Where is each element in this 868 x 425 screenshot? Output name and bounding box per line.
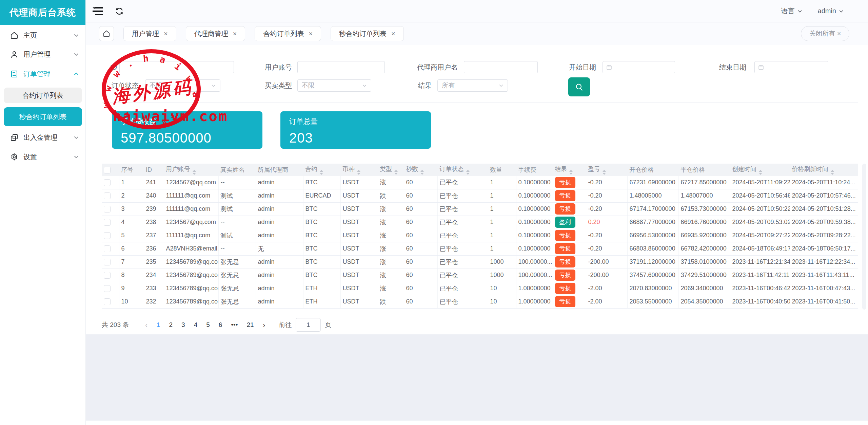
sort-icon[interactable] — [320, 170, 323, 175]
sort-icon[interactable] — [357, 170, 360, 175]
row-checkbox[interactable] — [104, 219, 111, 226]
cell-fee: 0.10000000 — [516, 242, 553, 255]
account-input[interactable] — [297, 61, 385, 73]
row-checkbox[interactable] — [104, 232, 111, 239]
row-checkbox[interactable] — [104, 192, 111, 199]
row-checkbox[interactable] — [104, 245, 111, 252]
trade-type-select[interactable]: 不限 — [297, 79, 371, 92]
prev-page-button[interactable]: ‹ — [140, 321, 152, 329]
column-header[interactable]: 创建时间 — [730, 164, 790, 176]
column-header: 真实姓名 — [218, 164, 256, 176]
start-date-input[interactable] — [603, 61, 675, 73]
close-tab-icon[interactable]: × — [164, 30, 168, 37]
column-header[interactable]: 价格刷新时间 — [790, 164, 858, 176]
agent-filter-label: 代理商用户名 — [417, 61, 458, 73]
cell-pnl: -0.20 — [586, 189, 627, 202]
sort-icon[interactable] — [759, 170, 762, 175]
close-all-tabs-button[interactable]: 关闭所有× — [801, 26, 849, 41]
goto-page-input[interactable] — [296, 318, 321, 332]
row-checkbox[interactable] — [104, 179, 111, 186]
close-tab-icon[interactable]: × — [309, 30, 313, 37]
sort-icon[interactable] — [193, 170, 196, 175]
sort-icon[interactable] — [420, 170, 424, 175]
cell-seconds: 60 — [404, 255, 437, 269]
page-number[interactable]: 2 — [165, 321, 177, 328]
tab-second-contract-orders[interactable]: 秒合约订单列表× — [331, 26, 404, 41]
sort-icon[interactable] — [466, 170, 470, 175]
tab-contract-orders[interactable]: 合约订单列表× — [255, 26, 321, 41]
tab-users[interactable]: 用户管理× — [123, 26, 176, 41]
cell-contract: EURCAD — [303, 189, 340, 202]
cell-account: 123456789@qq.com — [164, 269, 218, 282]
close-tab-icon[interactable]: × — [233, 30, 237, 37]
sort-icon[interactable] — [603, 170, 606, 175]
sort-icon[interactable] — [394, 170, 398, 175]
select-all-checkbox[interactable] — [104, 167, 111, 173]
agent-input[interactable] — [464, 61, 538, 73]
page-number[interactable]: 1 — [152, 321, 165, 328]
sidebar-subitem-second-contract-orders[interactable]: 秒合约订单列表 — [4, 107, 82, 126]
collapse-sidebar-icon[interactable] — [93, 7, 103, 16]
language-menu[interactable]: 语言 — [781, 6, 802, 16]
refresh-icon[interactable] — [114, 7, 124, 16]
page-number[interactable]: 4 — [190, 321, 202, 328]
tab-agents[interactable]: 代理商管理× — [186, 26, 245, 41]
more-pages-icon[interactable]: ••• — [226, 321, 242, 328]
tab-home[interactable] — [99, 26, 114, 41]
column-header[interactable]: 订单状态 — [437, 164, 488, 176]
cell-id: 241 — [144, 176, 164, 189]
cell-coin: USDT — [340, 242, 378, 255]
table-scrollbar[interactable] — [862, 164, 866, 310]
row-checkbox[interactable] — [104, 285, 111, 292]
table-row: 12411234567@qq.com--adminBTCUSDT涨60已平仓10… — [102, 176, 858, 189]
end-date-input[interactable] — [754, 61, 828, 73]
page-number[interactable]: 5 — [202, 321, 214, 328]
sort-icon[interactable] — [831, 170, 834, 175]
page-number[interactable]: 6 — [214, 321, 227, 328]
sidebar-item-deposit-withdraw[interactable]: 出入金管理 — [0, 128, 86, 147]
order-status-select[interactable]: 不限 — [145, 79, 220, 92]
row-checkbox[interactable] — [104, 298, 111, 305]
cell-result: 亏损 — [553, 176, 586, 189]
cell-contract: BTC — [303, 216, 340, 229]
cell-created: 2023-11-16T11:42:11... — [730, 269, 790, 282]
column-header[interactable]: 类型 — [378, 164, 404, 176]
user-menu[interactable]: admin — [818, 7, 844, 15]
sidebar-item-home[interactable]: 主页 — [0, 26, 86, 45]
cell-qty: 1000 — [488, 255, 516, 269]
page-number[interactable]: 3 — [177, 321, 190, 328]
sidebar-subitem-contract-orders[interactable]: 合约订单列表 — [4, 88, 82, 103]
column-header[interactable]: 秒数 — [404, 164, 437, 176]
search-button[interactable] — [568, 77, 590, 96]
result-select[interactable]: 所有 — [437, 79, 508, 92]
sidebar-item-users[interactable]: 用户管理 — [0, 45, 86, 64]
sidebar-item-settings[interactable]: 设置 — [0, 147, 86, 166]
page-number[interactable]: 21 — [242, 321, 258, 328]
tab-label: 用户管理 — [132, 29, 159, 38]
sort-icon[interactable] — [569, 170, 573, 175]
row-checkbox[interactable] — [104, 206, 111, 212]
column-header[interactable]: 币种 — [340, 164, 378, 176]
next-page-button[interactable]: › — [258, 321, 270, 329]
cell-refreshed: 2024-05-20T10:57:46... — [790, 189, 858, 202]
column-header[interactable]: 用户账号 — [164, 164, 218, 176]
column-header[interactable]: 盈亏 — [586, 164, 627, 176]
cell-agent: admin — [256, 176, 303, 189]
result-filter-label: 结果 — [418, 79, 432, 92]
cell-seconds: 60 — [404, 202, 437, 216]
page-unit-label: 页 — [325, 320, 331, 329]
cell-open: 67174.17000000 — [627, 202, 678, 216]
cell-qty: 1 — [488, 202, 516, 216]
id-input[interactable] — [119, 61, 234, 73]
cell-created: 2024-05-20T09:27:22... — [730, 229, 790, 242]
column-header[interactable]: 合约 — [303, 164, 340, 176]
cell-status: 已平仓 — [437, 282, 488, 295]
cell-name: -- — [218, 216, 256, 229]
close-tab-icon[interactable]: × — [391, 30, 395, 37]
column-header[interactable]: 结果 — [553, 164, 586, 176]
cell-created: 2024-05-20T11:09:22... — [730, 176, 790, 189]
row-checkbox[interactable] — [104, 259, 111, 265]
row-checkbox[interactable] — [104, 272, 111, 279]
sidebar-item-orders[interactable]: 订单管理 — [0, 64, 86, 84]
chevron-down-icon — [211, 83, 216, 88]
